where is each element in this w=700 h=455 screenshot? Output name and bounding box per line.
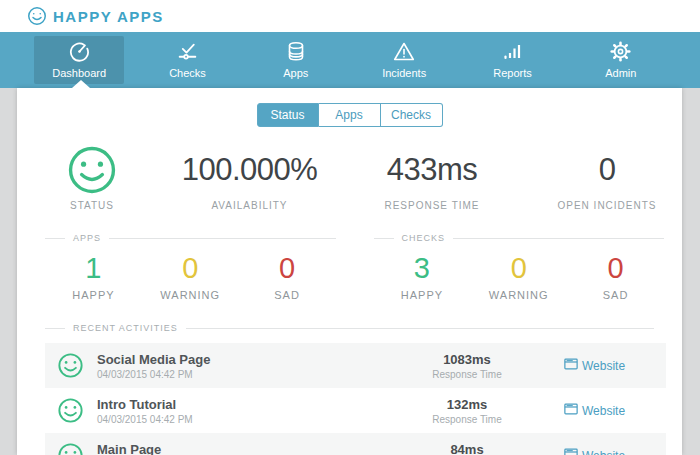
activity-info: Social Media Page 04/03/2015 04:42 PM	[97, 352, 392, 380]
main-nav: Dashboard Checks Apps	[0, 32, 700, 88]
website-link[interactable]: Website	[542, 448, 652, 455]
nav-label-apps: Apps	[283, 67, 308, 79]
website-link-label: Website	[582, 404, 625, 418]
nav-label-checks: Checks	[169, 67, 206, 79]
happy-smiley-icon	[57, 397, 84, 424]
nav-item-apps[interactable]: Apps	[251, 36, 341, 84]
nav-item-reports[interactable]: Reports	[467, 36, 557, 84]
happy-smiley-icon	[57, 352, 84, 379]
stat-open-incidents: 0 OPEN INCIDENTS	[532, 144, 682, 211]
availability-value: 100.000%	[167, 144, 332, 196]
response-value: 1083ms	[392, 352, 542, 367]
activity-response: 1083ms Response Time	[392, 352, 542, 380]
website-icon	[564, 448, 578, 455]
response-value: 132ms	[392, 397, 542, 412]
activity-date: 04/03/2015 04:42 PM	[97, 414, 392, 425]
website-link-label: Website	[582, 359, 625, 373]
response-label: Response Time	[392, 414, 542, 425]
activity-name: Intro Tutorial	[97, 397, 392, 412]
happy-smiley-icon	[57, 442, 84, 455]
stat-response-time: 433ms RESPONSE TIME	[332, 144, 532, 211]
recent-activities-header: RECENT ACTIVITIES	[45, 323, 654, 333]
response-time-label: RESPONSE TIME	[332, 200, 532, 211]
open-incidents-value: 0	[532, 144, 682, 196]
top-bar: HAPPY APPS	[0, 0, 700, 32]
response-label: Response Time	[392, 369, 542, 380]
smiley-logo-icon	[27, 6, 47, 26]
activity-date: 04/03/2015 04:42 PM	[97, 369, 392, 380]
nav-item-checks[interactable]: Checks	[142, 36, 232, 84]
tab-checks[interactable]: Checks	[381, 103, 443, 127]
nav-label-dashboard: Dashboard	[52, 67, 106, 79]
activity-response: 84ms Response Time	[392, 442, 542, 455]
activity-info: Main Page 04/03/2015 04:42 PM	[97, 442, 392, 455]
stat-availability: 100.000% AVAILABILITY	[167, 144, 332, 211]
checks-counts: 3 HAPPY 0 WARNING 0 SAD	[374, 251, 665, 301]
checks-section-header: CHECKS	[374, 233, 665, 243]
open-incidents-label: OPEN INCIDENTS	[532, 200, 682, 211]
checks-happy-count: 3 HAPPY	[374, 251, 471, 301]
status-label: STATUS	[17, 200, 167, 211]
website-icon	[564, 358, 578, 373]
activity-row[interactable]: Social Media Page 04/03/2015 04:42 PM 10…	[45, 343, 666, 388]
activity-row[interactable]: Intro Tutorial 04/03/2015 04:42 PM 132ms…	[45, 388, 666, 433]
response-time-value: 433ms	[332, 144, 532, 196]
nav-item-dashboard[interactable]: Dashboard	[34, 36, 124, 84]
gear-icon	[610, 42, 631, 62]
stats-row: STATUS 100.000% AVAILABILITY 433ms RESPO…	[17, 144, 682, 211]
website-icon	[564, 403, 578, 418]
nav-label-incidents: Incidents	[382, 67, 426, 79]
activity-row[interactable]: Main Page 04/03/2015 04:42 PM 84ms Respo…	[45, 433, 666, 455]
recent-activities-list: Social Media Page 04/03/2015 04:42 PM 10…	[45, 343, 666, 455]
checks-summary-group: CHECKS 3 HAPPY 0 WARNING 0 SAD	[350, 233, 683, 301]
gauge-icon	[69, 42, 90, 62]
activity-name: Main Page	[97, 442, 392, 455]
tab-status[interactable]: Status	[257, 103, 319, 127]
check-slider-icon	[177, 42, 198, 62]
nav-item-incidents[interactable]: Incidents	[359, 36, 449, 84]
checks-warning-count: 0 WARNING	[470, 251, 567, 301]
nav-label-reports: Reports	[493, 67, 532, 79]
checks-sad-count: 0 SAD	[567, 251, 664, 301]
activity-info: Intro Tutorial 04/03/2015 04:42 PM	[97, 397, 392, 425]
availability-label: AVAILABILITY	[167, 200, 332, 211]
activity-name: Social Media Page	[97, 352, 392, 367]
apps-happy-count: 1 HAPPY	[45, 251, 142, 301]
website-link[interactable]: Website	[542, 403, 652, 418]
apps-sad-count: 0 SAD	[239, 251, 336, 301]
recent-activities-title: RECENT ACTIVITIES	[73, 323, 178, 333]
nav-item-admin[interactable]: Admin	[576, 36, 666, 84]
activity-response: 132ms Response Time	[392, 397, 542, 425]
response-value: 84ms	[392, 442, 542, 455]
view-tabs: Status Apps Checks	[17, 103, 682, 127]
bar-chart-icon	[502, 42, 522, 62]
smiley-icon	[17, 144, 167, 196]
apps-counts: 1 HAPPY 0 WARNING 0 SAD	[45, 251, 336, 301]
checks-section-title: CHECKS	[402, 233, 446, 243]
apps-summary-group: APPS 1 HAPPY 0 WARNING 0 SAD	[17, 233, 350, 301]
tab-apps[interactable]: Apps	[319, 103, 381, 127]
apps-section-header: APPS	[45, 233, 336, 243]
database-icon	[286, 42, 306, 62]
app-logo: HAPPY APPS	[27, 6, 164, 26]
selected-nav-pointer	[72, 80, 90, 88]
summary-section: APPS 1 HAPPY 0 WARNING 0 SAD	[17, 233, 682, 301]
brand-name: HAPPY APPS	[53, 8, 164, 25]
stat-status: STATUS	[17, 144, 167, 211]
dashboard-card: Status Apps Checks STATUS 100.000% AVAIL…	[17, 88, 682, 455]
website-link-label: Website	[582, 449, 625, 455]
apps-section-title: APPS	[73, 233, 101, 243]
nav-label-admin: Admin	[605, 67, 636, 79]
warning-triangle-icon	[393, 42, 415, 62]
apps-warning-count: 0 WARNING	[142, 251, 239, 301]
website-link[interactable]: Website	[542, 358, 652, 373]
